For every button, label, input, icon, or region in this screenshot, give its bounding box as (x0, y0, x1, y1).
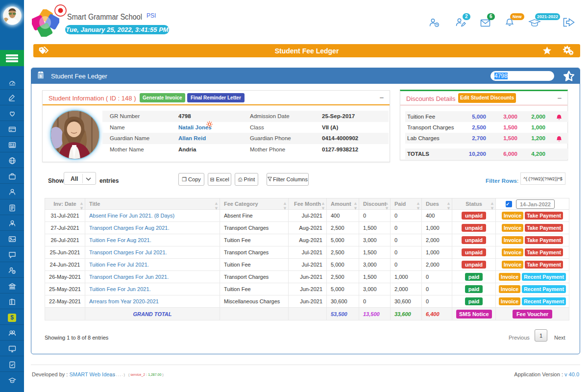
svg-text:$: $ (40, 74, 42, 78)
